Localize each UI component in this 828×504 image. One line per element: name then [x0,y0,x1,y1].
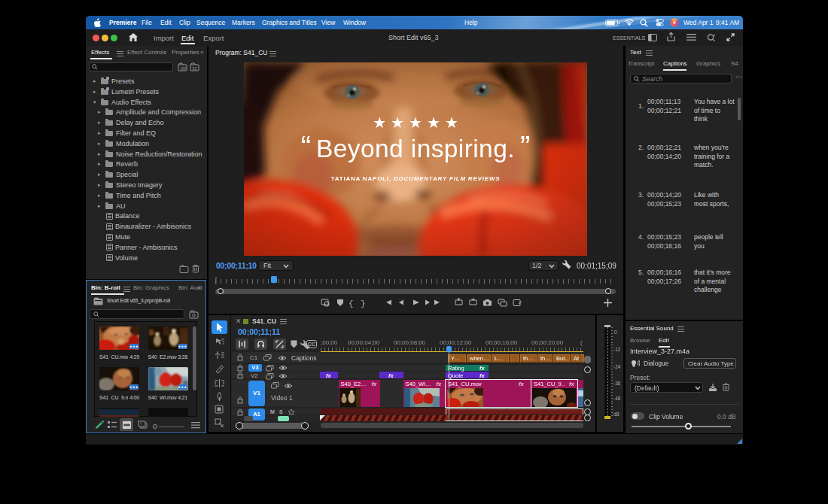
svg-text:CC: CC [308,342,315,347]
svg-text:{: { [349,299,354,308]
svg-text:32: 32 [192,66,197,71]
svg-text:}: } [361,299,366,308]
